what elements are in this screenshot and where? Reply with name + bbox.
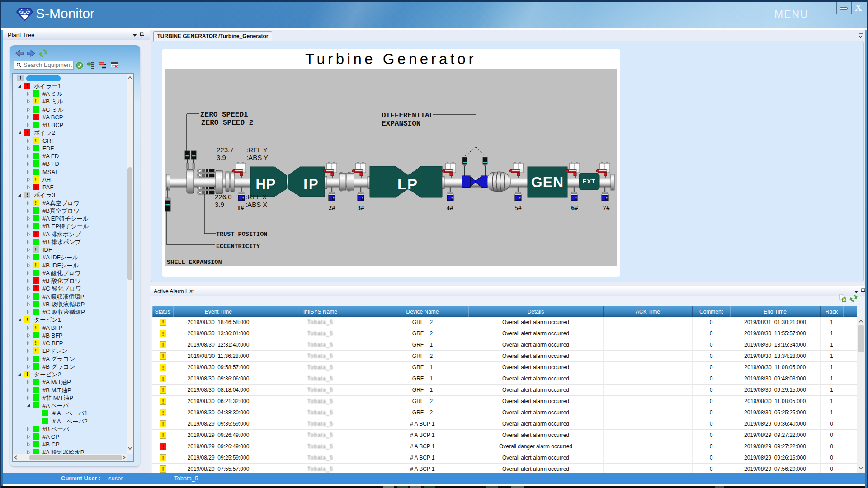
- svg-text:226.0: 226.0: [215, 193, 232, 201]
- svg-text:IP: IP: [303, 176, 319, 192]
- svg-text:3#: 3#: [358, 204, 365, 211]
- svg-text:SHELL EXPANSION: SHELL EXPANSION: [167, 259, 222, 266]
- svg-text:TRUST POSITION: TRUST POSITION: [216, 231, 267, 238]
- svg-text:6#: 6#: [571, 204, 579, 211]
- svg-text:ZERO SPEED 2: ZERO SPEED 2: [201, 119, 253, 127]
- svg-text:HP: HP: [255, 176, 276, 192]
- svg-text:2#: 2#: [329, 204, 336, 211]
- svg-text:1#: 1#: [237, 204, 245, 211]
- svg-text:LP: LP: [397, 176, 418, 192]
- svg-text:ECCENTRICITY: ECCENTRICITY: [216, 243, 260, 250]
- svg-text:3.9: 3.9: [217, 154, 226, 161]
- svg-text::REL X: :REL X: [245, 193, 267, 201]
- svg-text:GEN: GEN: [531, 174, 564, 190]
- svg-text:ZERO SPEED1: ZERO SPEED1: [200, 111, 248, 119]
- svg-text::ABS Y: :ABS Y: [246, 154, 268, 161]
- svg-text:7#: 7#: [603, 204, 610, 211]
- svg-text:223.7: 223.7: [217, 146, 234, 154]
- svg-text:4#: 4#: [447, 204, 454, 211]
- svg-text:DIFFERENTIAL: DIFFERENTIAL: [382, 112, 434, 120]
- svg-text:EXT: EXT: [583, 178, 595, 185]
- svg-text:3.9: 3.9: [215, 201, 224, 208]
- svg-text::ABS X: :ABS X: [245, 201, 267, 208]
- svg-text:EXPANSION: EXPANSION: [382, 120, 420, 128]
- svg-text:5#: 5#: [515, 204, 522, 211]
- svg-text:SEC: SEC: [20, 9, 29, 14]
- svg-text::REL Y: :REL Y: [246, 146, 268, 154]
